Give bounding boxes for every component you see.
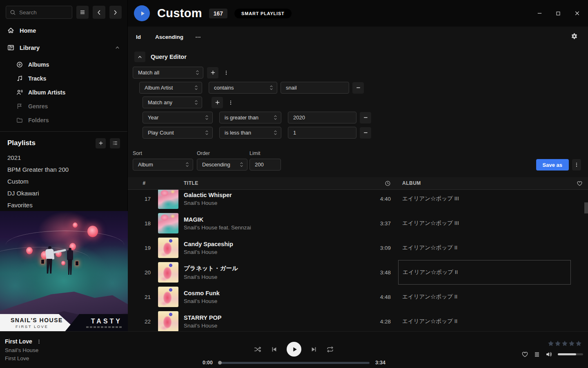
rule-operator-select[interactable]: is greater than <box>219 112 281 123</box>
group-match-select[interactable]: Match any <box>143 96 202 108</box>
track-album[interactable]: エイリアン☆ポップ III <box>398 190 571 211</box>
now-playing-artwork[interactable]: SNAIL'S HOUSE FIRST LOVE TASTY <box>0 211 128 331</box>
now-playing-title[interactable]: First Love <box>5 338 32 345</box>
sidebar-item-album-artists[interactable]: Album Artists <box>0 85 127 99</box>
back-button[interactable] <box>93 6 105 19</box>
sidebar-item-library[interactable]: Library <box>0 40 127 55</box>
favorite-button[interactable] <box>521 351 528 358</box>
settings-button[interactable] <box>571 32 578 40</box>
rule-value-input[interactable] <box>288 112 356 123</box>
save-options-button[interactable] <box>572 159 581 171</box>
sort-field-button[interactable]: Id <box>136 34 141 40</box>
search-input[interactable] <box>19 9 68 16</box>
rule-field-select[interactable]: Play Count <box>143 127 213 139</box>
now-playing-album[interactable]: First Love <box>5 355 42 361</box>
previous-button[interactable] <box>271 346 278 353</box>
seek-bar[interactable] <box>218 362 370 364</box>
track-artist[interactable]: Snail’s House <box>184 249 365 255</box>
playlist-list-button[interactable] <box>110 138 120 148</box>
table-row[interactable]: 18 MAGIKSnail’s House feat. Sennzai 3:37… <box>128 211 588 236</box>
track-title[interactable]: STARRY POP <box>184 314 365 321</box>
add-group-rule-button[interactable] <box>212 97 223 108</box>
scrollbar-thumb[interactable] <box>584 202 588 213</box>
rule-field-select[interactable]: Year <box>143 112 213 123</box>
track-artist[interactable]: Snail’s House <box>184 200 365 206</box>
volume-slider[interactable] <box>558 353 583 355</box>
table-row[interactable]: 21 Cosmo FunkSnail’s House 4:48 エイリアン☆ポッ… <box>128 285 588 309</box>
track-album[interactable]: エイリアン☆ポップ III <box>398 211 571 236</box>
sort-order-button[interactable]: Ascending <box>155 34 183 40</box>
playlist-item[interactable]: 2021 <box>0 152 127 164</box>
rule-value-input[interactable] <box>281 82 349 94</box>
rule-options-button[interactable] <box>222 67 230 79</box>
sidebar-item-tracks[interactable]: Tracks <box>0 72 127 85</box>
playlist-item[interactable]: DJ Okawari <box>0 187 127 199</box>
column-index[interactable]: # <box>134 180 154 186</box>
star-icon[interactable] <box>548 340 554 347</box>
playlist-item[interactable]: BPM Greater than 200 <box>0 164 127 175</box>
sidebar-item-albums[interactable]: Albums <box>0 58 127 72</box>
playlist-item[interactable]: Favorites <box>0 199 127 211</box>
rule-operator-select[interactable]: is less than <box>219 127 281 139</box>
track-title[interactable]: Galactic Whisper <box>184 192 365 198</box>
mute-button[interactable] <box>546 351 552 358</box>
track-album[interactable]: エイリアン☆ポップ II <box>398 309 571 331</box>
menu-button[interactable] <box>76 6 89 19</box>
track-title[interactable]: プラネット・ガール <box>184 265 365 272</box>
next-button[interactable] <box>310 346 317 353</box>
column-title[interactable]: TITLE <box>154 180 365 186</box>
now-playing-artist[interactable]: Snail’s House <box>5 347 42 353</box>
save-as-button[interactable]: Save as <box>536 159 569 171</box>
track-title[interactable]: Cosmo Funk <box>184 290 365 296</box>
star-icon[interactable] <box>575 340 582 347</box>
shuffle-button[interactable] <box>254 346 262 353</box>
track-album[interactable]: エイリアン☆ポップ II <box>398 285 571 309</box>
limit-input[interactable] <box>249 159 281 171</box>
sidebar-item-genres[interactable]: Genres <box>0 99 127 113</box>
remove-rule-button[interactable] <box>360 112 371 123</box>
sidebar-item-folders[interactable]: Folders <box>0 113 127 127</box>
search-box[interactable] <box>6 6 72 19</box>
rule-operator-select[interactable]: contains <box>209 82 277 94</box>
track-album-focused-cell[interactable]: エイリアン☆ポップ II <box>398 260 571 285</box>
collapse-chevron-icon[interactable] <box>115 45 120 50</box>
minimize-button[interactable] <box>533 7 546 20</box>
table-row[interactable]: 22 STARRY POPSnail’s House 4:28 エイリアン☆ポッ… <box>128 309 588 331</box>
star-icon[interactable] <box>555 340 561 347</box>
table-row[interactable]: 19 Candy SpaceshipSnail’s House 3:09 エイリ… <box>128 236 588 260</box>
seek-handle[interactable] <box>218 361 222 365</box>
order-select[interactable]: Descending <box>197 159 247 171</box>
track-title[interactable]: Candy Spaceship <box>184 241 365 247</box>
close-button[interactable] <box>571 7 583 20</box>
play-playlist-button[interactable] <box>134 5 150 21</box>
add-playlist-button[interactable] <box>96 138 106 148</box>
column-favorite[interactable] <box>571 180 588 186</box>
star-icon[interactable] <box>568 340 575 347</box>
track-artist[interactable]: Snail’s House <box>184 274 365 280</box>
track-title[interactable]: MAGIK <box>184 216 365 223</box>
star-icon[interactable] <box>561 340 568 347</box>
queue-button[interactable] <box>534 351 540 358</box>
rule-field-select[interactable]: Album Artist <box>139 82 202 94</box>
rule-value-input[interactable] <box>288 127 356 139</box>
track-album[interactable]: エイリアン☆ポップ II <box>398 236 571 260</box>
group-options-button[interactable] <box>227 97 235 108</box>
track-artist[interactable]: Snail’s House <box>184 323 365 329</box>
rating-stars[interactable] <box>548 340 582 347</box>
add-rule-button[interactable] <box>207 67 218 79</box>
play-pause-button[interactable] <box>287 342 301 357</box>
track-artist[interactable]: Snail’s House feat. Sennzai <box>184 224 365 231</box>
more-options-button[interactable] <box>195 33 201 40</box>
remove-rule-button[interactable] <box>360 127 371 139</box>
forward-button[interactable] <box>109 6 122 19</box>
sort-select[interactable]: Album <box>133 159 193 171</box>
column-album[interactable]: ALBUM <box>398 180 571 186</box>
sidebar-item-home[interactable]: Home <box>0 23 127 38</box>
track-artist[interactable]: Snail’s House <box>184 298 365 304</box>
root-match-select[interactable]: Match all <box>133 67 203 79</box>
query-editor-collapse-button[interactable] <box>134 52 145 62</box>
maximize-button[interactable] <box>552 7 564 20</box>
table-row[interactable]: 17 Galactic WhisperSnail’s House 4:40 エイ… <box>128 190 588 211</box>
remove-rule-button[interactable] <box>352 82 364 94</box>
column-duration[interactable] <box>365 180 391 186</box>
